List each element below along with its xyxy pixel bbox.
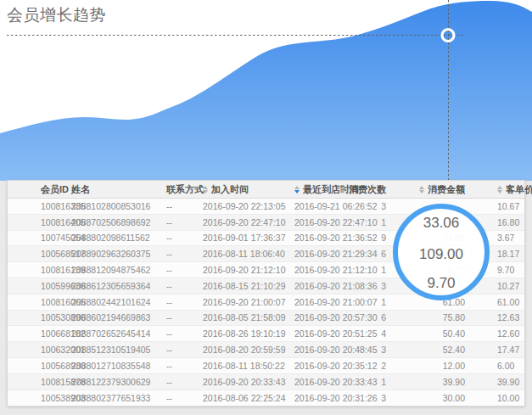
table-row: 1005689302088012710835548--2016-08-11 18…: [8, 358, 524, 374]
col-header-avg-price[interactable]: 客单价: [484, 181, 524, 198]
cell-name: 2088102800853016: [71, 199, 166, 214]
col-header-label: 姓名: [71, 183, 90, 196]
cell-contact: --: [166, 294, 196, 310]
cell-avg-price: 16.80: [484, 215, 524, 230]
magnified-spend-amount: 109.00: [398, 246, 484, 263]
cell-join-time: 2016-08-11 18:50:22: [196, 358, 288, 373]
cell-avg-price: 12.63: [484, 311, 524, 326]
cell-name: 2088512310519405: [71, 342, 166, 357]
cell-name: 2088602194669863: [71, 311, 166, 326]
cell-avg-price: 39.90: [484, 374, 524, 390]
sort-icon: [497, 186, 502, 193]
cell-name: 2088802098611562: [71, 231, 166, 246]
cell-member-id: 100530896: [8, 311, 71, 326]
cell-contact: --: [166, 231, 196, 246]
cell-contact: --: [166, 311, 196, 326]
table-row: 1005308962088602194669863--2016-08-05 21…: [8, 311, 524, 327]
cell-avg-price: 6.00: [484, 358, 524, 373]
cell-name: 2088802442101624: [71, 294, 166, 310]
col-header-name: 姓名: [71, 181, 166, 198]
cell-name: 2088902963260375: [71, 246, 166, 261]
trend-area-shape: [0, 1, 532, 181]
table-row: 1006320012088512310519405--2016-08-20 20…: [8, 342, 524, 358]
cell-join-time: 2016-09-01 17:36:37: [196, 231, 288, 246]
cell-avg-price: 9.70: [484, 262, 524, 278]
cell-last-visit-time: 2016-09-20 20:33:43: [288, 374, 377, 390]
cell-contact: --: [166, 358, 196, 373]
cell-join-time: 2016-09-20 20:33:43: [196, 374, 288, 390]
cell-join-time: 2016-08-20 20:59:59: [196, 342, 288, 357]
cell-member-id: 100568517: [8, 246, 71, 261]
cell-name: 2088702652645414: [71, 326, 166, 341]
cell-avg-price: 10.00: [484, 390, 524, 407]
cell-avg-price: 12.60: [484, 326, 524, 341]
sort-icon: [419, 186, 424, 193]
cell-last-visit-time: 2016-09-20 21:08:36: [288, 278, 377, 294]
col-header-member-id: 会员ID: [8, 181, 71, 198]
cell-contact: --: [166, 215, 196, 230]
sort-icon: [340, 186, 345, 193]
cell-join-time: 2016-08-05 21:58:09: [196, 311, 288, 326]
col-header-label: 加入时间: [211, 183, 249, 196]
cell-name: 2088122379300629: [71, 374, 166, 390]
cell-name: 2088802377651933: [71, 390, 166, 407]
cell-spend-amount: 30.00: [430, 390, 484, 407]
cell-member-id: 100816139: [8, 262, 71, 278]
cell-member-id: 100599636: [8, 278, 71, 294]
cell-avg-price: 10.27: [484, 278, 524, 294]
cell-last-visit-time: 2016-09-20 21:00:07: [288, 294, 377, 310]
cell-member-id: 100816405: [8, 215, 71, 230]
cell-name: 2088702506898692: [71, 215, 166, 230]
cell-spend-amount: 39.90: [430, 374, 484, 390]
cell-member-id: 100816335: [8, 199, 71, 214]
cell-name: 2088612305659364: [71, 278, 166, 294]
cell-member-id: 100815878: [8, 374, 71, 390]
col-header-label: 客单价: [506, 183, 532, 196]
cell-join-time: 2016-08-11 18:06:40: [196, 246, 288, 261]
cell-join-time: 2016-09-20 21:12:10: [196, 262, 288, 278]
cell-join-time: 2016-08-06 22:25:24: [196, 390, 288, 407]
cell-contact: --: [166, 342, 196, 357]
cell-member-id: 100568930: [8, 358, 71, 373]
cell-visit-count: 3: [377, 390, 430, 407]
cell-avg-price: 18.17: [484, 246, 524, 261]
member-growth-trend-chart: [0, 0, 532, 181]
cell-spend-amount: 50.40: [430, 326, 484, 341]
cell-member-id: 100816065: [8, 294, 71, 310]
cell-visit-count: 4: [377, 326, 430, 341]
zoom-highlight-circle: 33.06109.009.70: [393, 204, 490, 300]
cell-join-time: 2016-09-20 21:00:07: [196, 294, 288, 310]
col-header-join-time[interactable]: 加入时间: [196, 181, 288, 198]
cell-contact: --: [166, 246, 196, 261]
cell-member-id: 100668182: [8, 326, 71, 341]
magnified-spend-amount: 9.70: [398, 275, 484, 292]
cell-last-visit-time: 2016-09-20 21:36:52: [288, 231, 377, 246]
cell-member-id: 100538903: [8, 390, 71, 407]
cell-last-visit-time: 2016-09-20 20:51:25: [288, 326, 377, 341]
cell-name: 2088812094875462: [71, 262, 166, 278]
col-header-label: 会员ID: [41, 183, 69, 196]
cell-avg-price: 17.47: [484, 342, 524, 357]
cell-contact: --: [166, 199, 196, 214]
cell-member-id: 100745054: [8, 231, 71, 246]
table-row: 1005389032088802377651933--2016-08-06 22…: [8, 390, 524, 407]
cell-last-visit-time: 2016-09-20 21:29:34: [288, 246, 377, 261]
col-header-contact: 联系方式: [166, 181, 196, 198]
col-header-spend-amount[interactable]: 消费金额: [430, 181, 484, 198]
cell-contact: --: [166, 390, 196, 407]
cell-name: 2088012710835548: [71, 358, 166, 373]
cell-member-id: 100632001: [8, 342, 71, 357]
cell-visit-count: 2: [377, 358, 430, 373]
magnified-spend-amount: 33.06: [398, 215, 484, 232]
cell-last-visit-time: 2016-09-20 20:48:45: [288, 342, 377, 357]
sort-icon: [294, 186, 300, 193]
cell-join-time: 2016-08-26 19:10:19: [196, 326, 288, 341]
cell-avg-price: 3.67: [484, 231, 524, 246]
cell-last-visit-time: 2016-09-20 20:35:12: [288, 358, 377, 373]
page-title: 会员增长趋势: [7, 4, 106, 26]
cell-contact: --: [166, 326, 196, 341]
cell-visit-count: 3: [377, 342, 430, 357]
sort-icon: [203, 186, 208, 193]
cell-join-time: 2016-09-20 22:47:10: [196, 215, 288, 230]
cell-visit-count: 1: [377, 374, 430, 390]
